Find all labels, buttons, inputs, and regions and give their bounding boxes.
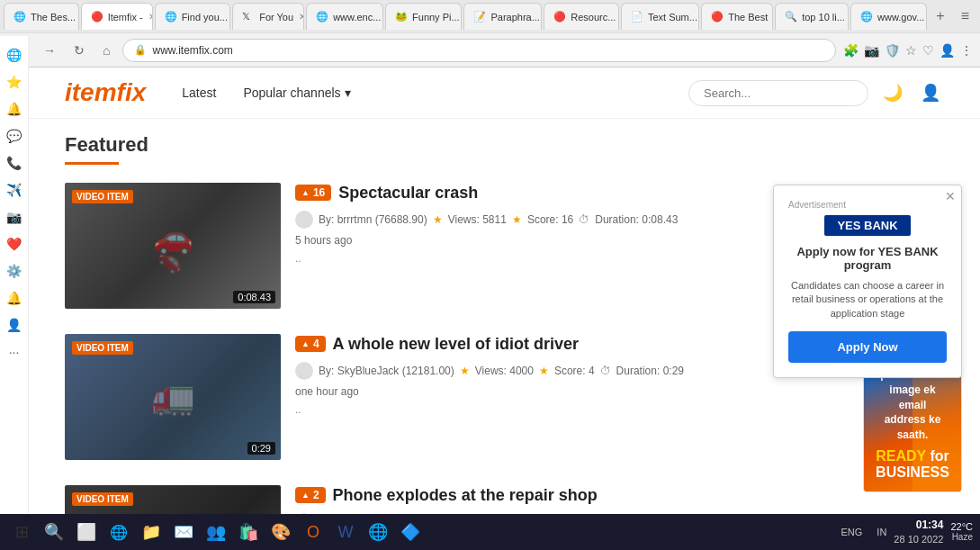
video-title-2[interactable]: A whole new level of idiot driver (333, 334, 579, 355)
popular-channels-nav[interactable]: Popular channels ▾ (243, 86, 350, 100)
taskbar-chrome-icon[interactable]: 🌐 (364, 518, 392, 546)
tab-gov[interactable]: 🌐 www.gov... ✕ (850, 3, 927, 30)
left-nav-bell[interactable]: 🔔 (3, 97, 26, 121)
taskbar-task-view-icon[interactable]: ⬜ (72, 518, 101, 546)
extensions-button[interactable]: 🧩 (843, 43, 859, 58)
latest-nav-link[interactable]: Latest (182, 80, 216, 105)
tab-more-button[interactable]: ≡ (954, 5, 976, 28)
taskbar-windows-icon[interactable]: ⊞ (7, 518, 36, 546)
search-input[interactable] (688, 80, 868, 106)
tab-find-you[interactable]: 🌐 Find you... ✕ (155, 3, 231, 30)
taskbar-opera-icon[interactable]: O (299, 518, 328, 546)
video-duration-2: 0:29 (247, 442, 275, 455)
tab-para[interactable]: 📝 Paraphra... ✕ (463, 3, 542, 30)
author-name-2[interactable]: By: SkyBlueJack (12181.00) (319, 365, 454, 377)
login-button[interactable]: 👤 (917, 79, 944, 106)
duration-2: Duration: 0:29 (616, 365, 684, 377)
taskbar-mail-icon[interactable]: ✉️ (169, 518, 198, 546)
left-nav-star[interactable]: ⭐ (3, 70, 26, 94)
heart-button[interactable]: ♡ (922, 43, 934, 58)
taskbar-search-icon[interactable]: 🔍 (40, 518, 68, 546)
video-meta-1: By: brrrtmn (76688.90) ★ Views: 5811 ★ S… (295, 211, 737, 247)
ad-close-btn[interactable]: ✕ (945, 189, 956, 203)
site-logo[interactable]: itemfix (65, 78, 146, 107)
left-nav-phone[interactable]: 📞 (3, 151, 26, 175)
site-header: itemfix Latest Popular channels ▾ 🌙 👤 (29, 68, 980, 119)
url-bar[interactable]: 🔒 www.itemfix.com (122, 39, 836, 62)
yes-bank-apply-btn[interactable]: Apply Now (788, 331, 947, 363)
header-right: 🌙 👤 (688, 79, 944, 106)
bookmark-button[interactable]: ☆ (905, 43, 917, 58)
chevron-down-icon: ▾ (345, 86, 351, 100)
left-nav-notification[interactable]: 🔔 (3, 286, 26, 310)
tab-the-best[interactable]: 🌐 The Bes... ✕ (4, 3, 79, 30)
forward-button[interactable]: → (38, 40, 61, 61)
video-title-1[interactable]: Spectacular crash (338, 183, 478, 203)
ad-label-yes: Advertisement (788, 200, 947, 210)
new-tab-button[interactable]: + (929, 5, 951, 28)
tab-label-active: Itemfix - (108, 12, 143, 23)
taskbar-store-icon[interactable]: 🛍️ (234, 518, 263, 546)
tab-enc[interactable]: 🌐 www.enc... ✕ (306, 3, 383, 30)
tab-close-active-btn[interactable]: ✕ (148, 12, 153, 22)
taskbar-clock[interactable]: 01:34 28 10 2022 (894, 518, 943, 545)
tab-favicon-3: 𝕏 (242, 11, 255, 23)
refresh-button[interactable]: ↻ (68, 40, 90, 61)
tab-funny[interactable]: 🐸 Funny Pi... ✕ (385, 3, 462, 30)
video-title-3[interactable]: Phone explodes at the repair shop (333, 485, 598, 506)
taskbar-explorer-icon[interactable]: 📁 (137, 518, 166, 546)
home-button[interactable]: ⌂ (97, 40, 115, 61)
video-desc-2: .. (295, 403, 737, 416)
tab-label-4: www.enc... (333, 12, 381, 23)
left-nav: 🌐 ⭐ 🔔 💬 📞 ✈️ 📷 ❤️ ⚙️ 🔔 👤 ··· (0, 36, 29, 540)
author-name-1[interactable]: By: brrrtmn (76688.90) (319, 213, 427, 226)
taskbar-app-icon[interactable]: 🔷 (396, 518, 425, 546)
tab-close-3-btn[interactable]: ✕ (299, 12, 304, 22)
video-thumb-1[interactable]: 🚗 🚗 VIDEO ITEM 0:08.43 (65, 183, 281, 309)
url-text: www.itemfix.com (152, 44, 824, 57)
camera-button[interactable]: 📷 (864, 43, 879, 58)
tab-best2[interactable]: 🔴 The Best ✕ (701, 3, 773, 30)
taskbar-word-icon[interactable]: W (331, 518, 360, 546)
nav-bar: ← → ↻ ⌂ 🔒 www.itemfix.com 🧩 📷 🛡️ ☆ ♡ 👤 ⋮ (0, 32, 980, 67)
tab-favicon: 🌐 (13, 11, 26, 23)
taskbar-teams-icon[interactable]: 👥 (202, 518, 230, 546)
video-thumb-2[interactable]: 🚛 VIDEO ITEM 0:29 (65, 334, 281, 460)
yes-bank-logo: YES BANK (824, 215, 910, 236)
menu-button[interactable]: ⋮ (960, 43, 973, 58)
taskbar-weather: 22°C Haze (950, 521, 973, 542)
left-nav-settings[interactable]: ⚙️ (3, 259, 26, 283)
tab-favicon-2: 🌐 (165, 11, 177, 23)
tab-x[interactable]: 𝕏 For You ✕ (232, 3, 304, 30)
tab-favicon-7: 🔴 (553, 11, 566, 23)
views-icon-2: ★ (460, 365, 470, 377)
dark-mode-button[interactable]: 🌙 (879, 79, 906, 106)
left-nav-user[interactable]: 👤 (3, 313, 26, 337)
clock-icon-1: ⏱ (579, 213, 589, 226)
views-1: Views: 5811 (448, 213, 507, 226)
profile-button[interactable]: 👤 (940, 43, 955, 58)
tab-resource[interactable]: 🔴 Resourc... ✕ (544, 3, 619, 30)
left-nav-instagram[interactable]: 📷 (3, 205, 26, 229)
left-nav-chat[interactable]: 💬 (3, 124, 26, 148)
taskbar-edge-icon[interactable]: 🌐 (104, 518, 133, 546)
left-nav-telegram[interactable]: ✈️ (3, 178, 26, 202)
left-nav-more[interactable]: ··· (3, 340, 26, 364)
shield-button[interactable]: 🛡️ (885, 43, 900, 58)
tab-itemfix[interactable]: 🔴 Itemfix - ✕ (81, 3, 153, 30)
video-info-1: 16 Spectacular crash By: brrrtmn (76688.… (295, 183, 737, 309)
tab-favicon-5: 🐸 (395, 11, 408, 23)
tab-text[interactable]: 📄 Text Sum... ✕ (621, 3, 699, 30)
left-nav-heart[interactable]: ❤️ (3, 232, 26, 256)
tab-top10[interactable]: 🔍 top 10 li... ✕ (775, 3, 849, 30)
taskbar-region: IN (877, 527, 886, 537)
popular-channels-label: Popular channels (243, 86, 340, 100)
taskbar-paint-icon[interactable]: 🎨 (266, 518, 295, 546)
video-info-2: 4 A whole new level of idiot driver By: … (295, 334, 737, 460)
tab-label-8: Text Sum... (648, 12, 697, 23)
tab-label-3: For You (259, 12, 293, 23)
yes-bank-ad-overlay: ✕ Advertisement YES BANK Apply now for Y… (773, 185, 962, 378)
left-nav-home[interactable]: 🌐 (3, 43, 26, 67)
tab-label-5: Funny Pi... (412, 12, 460, 23)
time-ago-2: one hour ago (295, 385, 359, 398)
